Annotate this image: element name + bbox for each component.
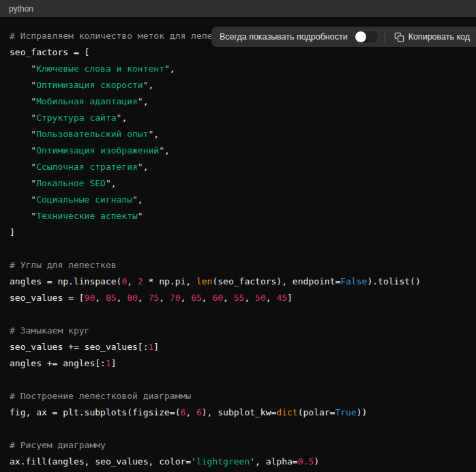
code-line: # Замыкаем круг [10,323,466,339]
code-line: # Углы для лепестков [10,257,466,274]
code-line: # Построение лепестковой диаграммы [10,388,466,404]
code-line: angles = np.linspace(0, 2 * np.pi, len(s… [10,274,466,290]
code-line: "Оптимизация скорости", [10,77,466,93]
code-line: seo_values += seo_values[:1] [10,339,466,355]
code-line: "Пользовательский опыт", [10,126,466,143]
code-lines: # Исправляем количество меток для лепест… [10,28,466,470]
code-header: python [0,0,476,17]
toolbar-divider [385,31,385,43]
code-line [10,372,466,388]
code-line [10,421,466,437]
code-line: # Рисуем диаграмму [10,437,466,454]
copy-icon [394,32,404,42]
code-line [10,306,466,323]
code-line: "Ключевые слова и контент", [10,61,466,77]
code-line: "Технические аспекты" [10,208,466,224]
copy-code-label: Копировать код [408,32,470,42]
code-line: seo_values = [90, 85, 80, 75, 70, 65, 60… [10,290,466,306]
code-line: "Мобильная адаптация", [10,93,466,110]
code-line [10,241,466,257]
toggle-knob [355,31,366,42]
copy-code-button[interactable]: Копировать код [391,32,473,42]
code-line: ] [10,224,466,241]
always-show-details-label: Всегда показывать подробности [220,32,348,42]
code-line: "Ссылочная стратегия", [10,159,466,175]
always-show-details-toggle[interactable] [354,30,378,44]
language-label: python [9,5,33,13]
code-line: ax.fill(angles, seo_values, color='light… [10,454,466,470]
code-line: "Структура сайта", [10,110,466,126]
code-line: "Локальное SEO", [10,175,466,192]
code-line: angles += angles[:1] [10,355,466,372]
code-line: fig, ax = plt.subplots(figsize=(6, 6), s… [10,404,466,421]
code-toolbar: Всегда показывать подробности Копировать… [211,27,476,47]
code-block-window: python # Исправляем количество меток для… [0,0,476,472]
code-line: "Социальные сигналы", [10,192,466,208]
code-line: "Оптимизация изображений", [10,143,466,159]
code-block: # Исправляем количество меток для лепест… [0,17,476,472]
